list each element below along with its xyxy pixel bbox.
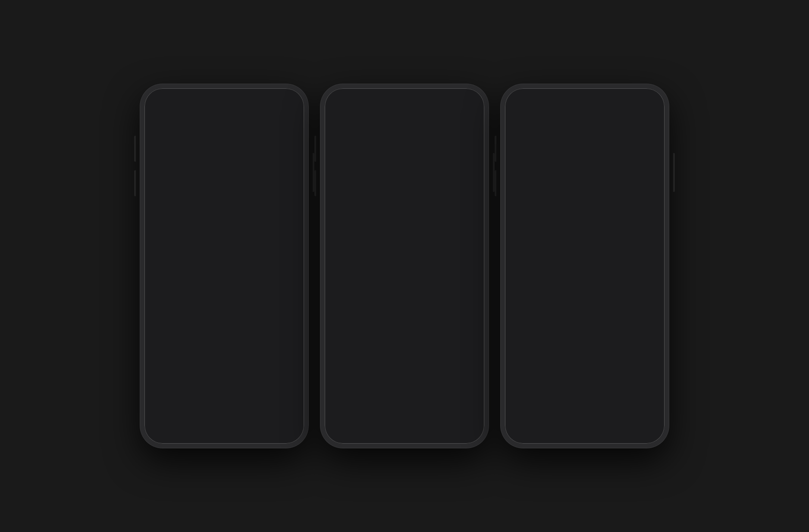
- p2-slack[interactable]: Slack: [330, 230, 362, 263]
- p3-camera-label: Camera: [558, 287, 573, 291]
- weather-widget[interactable]: ➤ 80° ☁️ Expect rain in the next hour In…: [150, 112, 299, 166]
- weather-widget-label: Weather: [144, 168, 304, 174]
- p2-youtube-label: YouTube: [376, 221, 393, 226]
- phone-3: 8:11 ▲▲▲ ▲ █: [501, 84, 669, 448]
- svg-rect-7: [246, 185, 250, 189]
- dock2-safari[interactable]: 🧭: [408, 408, 435, 435]
- dock2-phone[interactable]: 📞: [442, 408, 469, 435]
- dock-phone[interactable]: 📞: [262, 408, 288, 435]
- app-translate[interactable]: A文 Translate: [150, 216, 182, 250]
- cal-d-empty1: [587, 219, 596, 222]
- cal-d-18: 18: [626, 227, 635, 231]
- status-time-2: 7:37: [333, 97, 346, 105]
- p3-home[interactable]: 🏠 Home: [627, 258, 660, 291]
- p2-notes[interactable]: 📝 Notes: [404, 291, 439, 324]
- home-label: Home: [201, 283, 213, 288]
- dock-safari[interactable]: 🧭: [228, 408, 254, 435]
- music-note-large: ♪: [470, 123, 474, 133]
- battery-ring-h1: ⚡: [552, 116, 571, 135]
- p2-reminders[interactable]: Reminders: [445, 291, 480, 324]
- app-maps[interactable]: 🗺️ Maps: [150, 178, 182, 211]
- p2-calendar-icon: Monday 22: [430, 334, 457, 361]
- app-slack[interactable]: Slack: [228, 178, 260, 211]
- p3-maps-label: Maps: [597, 140, 607, 145]
- cal-h-w: W: [616, 215, 625, 218]
- app-clock[interactable]: 🕐 Clock: [150, 293, 221, 326]
- podcast-widget[interactable]: 1H 47M LEFT Ali Abdaal 🎙️: [330, 268, 398, 324]
- p3-reminders[interactable]: Reminders: [549, 296, 582, 329]
- svg-text:A文: A文: [595, 175, 609, 185]
- battery-phone: 📱: [514, 116, 543, 138]
- battery-ring-phone: 📱: [519, 116, 538, 135]
- app-calendar[interactable]: Monday 22 Calendar: [228, 293, 299, 326]
- batteries-label: Batteries: [510, 169, 580, 175]
- p3-slack[interactable]: Slack: [510, 258, 542, 291]
- app-grid-bottom: 🕐 Clock Monday 22 Calendar: [144, 293, 304, 326]
- notch-3: [552, 88, 617, 100]
- p3-youtube[interactable]: YouTube: [625, 112, 660, 168]
- dock3-safari[interactable]: 🧭: [588, 408, 615, 435]
- status-icons-3: ▲▲▲ ▲ █: [625, 98, 656, 105]
- dock3-phone[interactable]: 📞: [622, 408, 649, 435]
- app-notes[interactable]: 📝 Notes: [228, 216, 260, 250]
- p3-notes-icon: 📝: [513, 296, 539, 322]
- music-widget-large[interactable]: The New Abnormal The Strokes ♪: [330, 112, 479, 182]
- dock-mail[interactable]: ✉️: [194, 408, 221, 435]
- p2-translate[interactable]: A文 Translate: [408, 193, 440, 226]
- dock2-mail[interactable]: ✉️: [374, 408, 401, 435]
- app-grid-p2-r2: Slack 📷 Camera 🌈 Photos 🏠 Home: [325, 230, 484, 263]
- app-photos[interactable]: 🌈 Photos: [150, 255, 184, 288]
- dock3-mail[interactable]: ✉️: [555, 408, 581, 435]
- app-reminders[interactable]: Reminders: [267, 216, 299, 250]
- translate-label: Translate: [157, 245, 175, 250]
- calendar-widget[interactable]: WWDC No more events today JUNE S M T W T…: [510, 203, 659, 247]
- dock3-messages[interactable]: 💬: [521, 408, 547, 435]
- batteries-widget[interactable]: 📱 ⚡: [510, 112, 580, 168]
- p2-photos[interactable]: 🌈 Photos: [408, 230, 440, 263]
- music-widget-top: The New Abnormal The Strokes ♪: [335, 117, 474, 139]
- settings-label: Settings: [197, 245, 213, 250]
- dock-messages[interactable]: 💬: [160, 408, 187, 435]
- wifi-icon-2: ▲: [459, 98, 465, 105]
- p2-calendar[interactable]: Monday 22 Calendar: [408, 334, 479, 367]
- p3-notes[interactable]: 📝 Notes: [510, 296, 542, 329]
- svg-rect-12: [340, 241, 343, 245]
- cal-d-15: 15: [597, 227, 606, 231]
- p3-calendar[interactable]: Monday 22 Calendar: [627, 296, 660, 329]
- svg-rect-28: [524, 266, 527, 269]
- notes-icon: 📝: [230, 216, 257, 243]
- p3-notes-label: Notes: [521, 324, 532, 329]
- signal-icon-3: ▲▲▲: [625, 98, 642, 105]
- app-youtube[interactable]: YouTube: [189, 178, 221, 211]
- app-camera[interactable]: 📷 Camera: [267, 178, 299, 211]
- p2-settings[interactable]: ⚙️ Settings: [447, 193, 480, 226]
- p3-translate[interactable]: A文 Translate: [585, 167, 620, 200]
- phone-2-screen: 7:37 ▲▲▲ ▲ ▊▊ The New Abnormal The Strok…: [325, 88, 484, 444]
- app-home[interactable]: 🏠 Home: [191, 255, 225, 288]
- p2-camera[interactable]: 📷 Camera: [369, 230, 401, 263]
- app-music-widget[interactable]: The New Abnormal The Strokes ♪ Music: [231, 255, 299, 288]
- app-grid-row3: 🌈 Photos 🏠 Home The New Abnormal The Str…: [144, 255, 304, 288]
- p3-camera[interactable]: 📷 Camera: [549, 258, 582, 291]
- p3-maps[interactable]: 🗺️ Maps: [585, 112, 620, 168]
- p3-photos[interactable]: 🌈 Photos: [588, 258, 621, 291]
- signal-icon: ▲▲▲: [265, 98, 282, 105]
- p3-clock[interactable]: 🕐 Clock: [588, 296, 621, 329]
- p3-slack-label: Slack: [521, 287, 531, 291]
- p2-clock[interactable]: 🕐 Clock: [330, 334, 401, 367]
- cal-event-name: WWDC: [515, 209, 582, 215]
- p3-youtube-label: YouTube: [633, 140, 650, 145]
- app-settings[interactable]: ⚙️ Settings: [189, 216, 221, 250]
- calendar-widget-label: Calendar: [505, 249, 665, 255]
- podcast-host: Ali Abdaal: [334, 305, 393, 310]
- p2-settings-label: Settings: [455, 221, 471, 226]
- dock2-messages[interactable]: 💬: [340, 408, 367, 435]
- p2-dot-1: [401, 398, 403, 401]
- p3-camera-icon: 📷: [552, 258, 579, 285]
- p3-settings[interactable]: ⚙️ Settings: [625, 167, 660, 200]
- p2-maps[interactable]: 🗺️ Maps: [330, 193, 362, 226]
- cal-d-11: 11: [626, 223, 635, 227]
- p2-home[interactable]: 🏠 Home: [447, 230, 480, 263]
- p2-youtube[interactable]: YouTube: [369, 193, 401, 226]
- cal-d-4: 4: [626, 219, 635, 222]
